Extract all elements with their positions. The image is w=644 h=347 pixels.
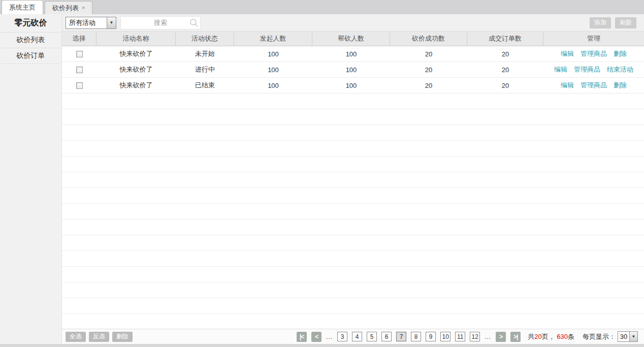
cell-activity-status: 已结束 — [176, 78, 234, 93]
header-initiator-count: 发起人数 — [234, 31, 312, 46]
cell-activity-status: 进行中 — [176, 62, 234, 77]
page-button-3[interactable]: 3 — [337, 332, 347, 341]
tab-label: 砍价列表 — [52, 4, 79, 13]
total-records: 630 — [557, 333, 568, 340]
cell-helper-count: 100 — [312, 46, 390, 61]
edit-link[interactable]: 编辑 — [561, 81, 574, 90]
row-checkbox[interactable] — [76, 51, 83, 57]
page-button-4[interactable]: 4 — [352, 332, 362, 341]
sidebar-title: 零元砍价 — [0, 14, 61, 33]
per-page-select[interactable]: 30 ▼ — [618, 331, 638, 342]
ellipsis-left: ... — [326, 333, 333, 340]
table-row: 快来砍价了 未开始 100 100 20 20 编辑 管理商品 删除 — [62, 46, 644, 62]
cell-initiator-count: 100 — [234, 78, 312, 93]
header-manage: 管理 — [543, 31, 644, 46]
refresh-button[interactable]: 刷新 — [615, 17, 636, 28]
page-button-10[interactable]: 10 — [440, 332, 450, 341]
app-window: 系统主页 砍价列表 × 零元砍价 砍价列表 砍价订单 所有活动 ▼ — [0, 0, 644, 347]
cell-order-count: 20 — [467, 62, 543, 77]
cell-success-count: 20 — [390, 46, 467, 61]
next-page-button[interactable]: > — [496, 332, 506, 342]
manage-goods-link[interactable]: 管理商品 — [581, 49, 607, 58]
page-button-11[interactable]: 11 — [455, 332, 465, 341]
row-checkbox[interactable] — [76, 67, 83, 73]
manage-goods-link[interactable]: 管理商品 — [581, 81, 607, 90]
empty-rows-area — [62, 93, 644, 329]
last-page-button[interactable]: >| — [510, 332, 521, 342]
activity-filter-value: 所有活动 — [66, 17, 107, 28]
chevron-down-icon[interactable]: ▼ — [107, 17, 116, 28]
first-page-button[interactable]: |< — [297, 332, 307, 342]
cell-success-count: 20 — [390, 78, 467, 93]
page-button-9[interactable]: 9 — [426, 332, 436, 341]
cell-activity-status: 未开始 — [176, 46, 234, 61]
cell-initiator-count: 100 — [234, 46, 312, 61]
header-helper-count: 帮砍人数 — [312, 31, 390, 46]
page-button-6[interactable]: 6 — [381, 332, 392, 341]
cell-activity-name: 快来砍价了 — [96, 78, 176, 93]
page-summary: 共20页， 630条 — [528, 332, 574, 341]
edit-link[interactable]: 编辑 — [561, 49, 574, 58]
sidebar: 零元砍价 砍价列表 砍价订单 — [0, 14, 62, 344]
table-header: 选择 活动名称 活动状态 发起人数 帮砍人数 砍价成功数 成交订单数 管理 — [62, 31, 644, 46]
page-button-12[interactable]: 12 — [470, 332, 480, 341]
delete-link[interactable]: 删除 — [614, 49, 627, 58]
chevron-down-icon[interactable]: ▼ — [629, 332, 637, 341]
ellipsis-right: ... — [485, 333, 491, 340]
header-order-count: 成交订单数 — [467, 31, 543, 46]
tab-label: 系统主页 — [9, 3, 36, 12]
select-all-button[interactable]: 全选 — [66, 332, 86, 342]
cell-activity-name: 快来砍价了 — [96, 46, 176, 61]
close-icon[interactable]: × — [82, 5, 85, 11]
summary-records-suffix: 条 — [568, 333, 574, 340]
add-button[interactable]: 添加 — [590, 17, 611, 28]
per-page-value: 30 — [618, 332, 629, 341]
cell-helper-count: 100 — [312, 78, 390, 93]
tab-system-home[interactable]: 系统主页 — [2, 0, 43, 14]
per-page-label: 每页显示： — [583, 332, 616, 341]
header-activity-status: 活动状态 — [176, 31, 234, 46]
tab-bar: 系统主页 砍价列表 × — [0, 0, 644, 14]
page-button-5[interactable]: 5 — [367, 332, 377, 341]
delete-link[interactable]: 删除 — [614, 81, 627, 90]
main-panel: 所有活动 ▼ 添加 刷新 选择 活动名称 活动状态 — [62, 14, 644, 344]
bottom-strip — [0, 344, 644, 347]
tab-bargain-list[interactable]: 砍价列表 × — [45, 1, 92, 14]
prev-page-button[interactable]: < — [311, 332, 321, 342]
summary-pages-suffix: 页， — [542, 333, 555, 340]
pagination: |< < ... 3 4 5 6 7 8 9 10 11 12 ... > >| — [297, 332, 521, 342]
table-row: 快来砍价了 进行中 100 100 20 20 编辑 管理商品 结束活动 — [62, 62, 644, 78]
search-box — [120, 16, 201, 29]
cell-helper-count: 100 — [312, 62, 390, 77]
edit-link[interactable]: 编辑 — [554, 65, 567, 74]
sidebar-item-bargain-list[interactable]: 砍价列表 — [0, 33, 61, 48]
summary-prefix: 共 — [528, 333, 534, 340]
cell-success-count: 20 — [390, 62, 467, 77]
table-row: 快来砍价了 已结束 100 100 20 20 编辑 管理商品 删除 — [62, 78, 644, 93]
search-input[interactable] — [120, 16, 201, 29]
page-button-7-current[interactable]: 7 — [396, 332, 406, 341]
total-pages: 20 — [534, 333, 541, 340]
invert-selection-button[interactable]: 反选 — [89, 332, 109, 342]
toolbar: 所有活动 ▼ 添加 刷新 — [62, 14, 644, 31]
cell-order-count: 20 — [467, 46, 543, 61]
cell-initiator-count: 100 — [234, 62, 312, 77]
manage-goods-link[interactable]: 管理商品 — [574, 65, 600, 74]
row-checkbox[interactable] — [76, 82, 83, 89]
sidebar-item-bargain-orders[interactable]: 砍价订单 — [0, 48, 61, 64]
end-activity-link[interactable]: 结束活动 — [607, 65, 633, 74]
page-button-8[interactable]: 8 — [411, 332, 421, 341]
delete-selected-button[interactable]: 删除 — [112, 332, 133, 342]
header-success-count: 砍价成功数 — [390, 31, 467, 46]
per-page-control: 每页显示： 30 ▼ — [583, 331, 638, 342]
header-select: 选择 — [62, 31, 96, 46]
cell-order-count: 20 — [467, 78, 543, 93]
cell-activity-name: 快来砍价了 — [96, 62, 176, 77]
footer-bar: 全选 反选 删除 |< < ... 3 4 5 6 7 8 9 10 11 12 — [62, 329, 644, 344]
header-activity-name: 活动名称 — [96, 31, 176, 46]
activity-filter-select[interactable]: 所有活动 ▼ — [66, 17, 116, 29]
